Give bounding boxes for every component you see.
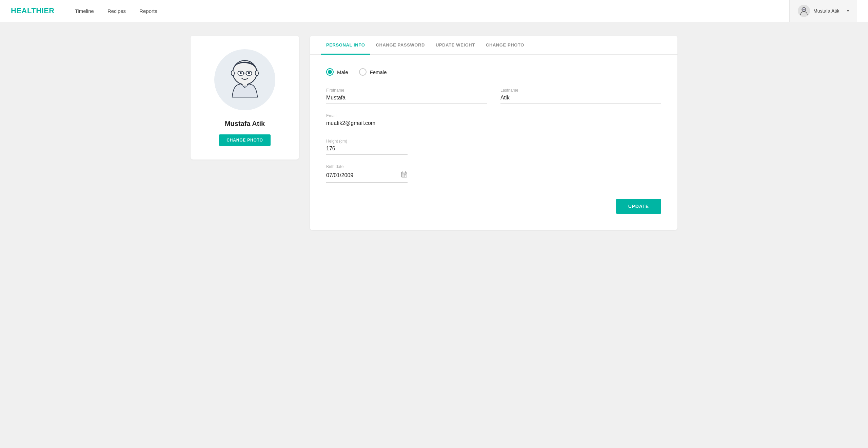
tabs-bar: PERSONAL INFO CHANGE PASSWORD UPDATE WEI…: [310, 36, 677, 55]
tab-change-photo[interactable]: CHANGE PHOTO: [480, 36, 530, 55]
profile-name: Mustafa Atik: [225, 120, 265, 128]
logo[interactable]: HEALTHIER: [11, 6, 55, 15]
height-input[interactable]: [326, 146, 408, 155]
user-avatar-small: [798, 5, 810, 17]
email-row: Email: [326, 113, 661, 129]
birthdate-label: Birth date: [326, 164, 408, 169]
gender-female-option[interactable]: Female: [359, 68, 387, 76]
firstname-input[interactable]: [326, 95, 487, 104]
height-label: Height (cm): [326, 139, 408, 144]
svg-point-10: [240, 72, 242, 74]
tab-change-password[interactable]: CHANGE PASSWORD: [370, 36, 430, 55]
main-content: Mustafa Atik CHANGE PHOTO PERSONAL INFO …: [180, 22, 688, 244]
nav-recipes[interactable]: Recipes: [107, 8, 126, 14]
firstname-group: Firstname: [326, 88, 487, 104]
height-group: Height (cm): [326, 139, 408, 155]
svg-rect-20: [404, 174, 405, 175]
main-nav: Timeline Recipes Reports: [75, 8, 789, 14]
gender-male-radio[interactable]: [326, 68, 334, 76]
firstname-label: Firstname: [326, 88, 487, 93]
nav-timeline[interactable]: Timeline: [75, 8, 94, 14]
gender-male-option[interactable]: Male: [326, 68, 348, 76]
birthdate-input[interactable]: [326, 172, 401, 179]
nav-reports[interactable]: Reports: [139, 8, 157, 14]
lastname-input[interactable]: [500, 95, 661, 104]
svg-rect-21: [405, 174, 406, 175]
email-input[interactable]: [326, 120, 661, 129]
email-group: Email: [326, 113, 661, 129]
user-chevron-icon: ▾: [847, 8, 849, 13]
svg-rect-22: [402, 176, 403, 177]
gender-row: Male Female: [326, 68, 661, 76]
gender-female-radio[interactable]: [359, 68, 367, 76]
svg-point-13: [255, 71, 258, 76]
gender-male-label: Male: [337, 69, 348, 75]
birthdate-group: Birth date: [326, 164, 408, 183]
tab-update-weight[interactable]: UPDATE WEIGHT: [430, 36, 480, 55]
svg-rect-19: [402, 174, 403, 175]
name-fields-row: Firstname Lastname: [326, 88, 661, 104]
user-menu[interactable]: Mustafa Atik ▾: [789, 0, 857, 22]
form-panel: PERSONAL INFO CHANGE PASSWORD UPDATE WEI…: [310, 36, 677, 230]
svg-point-4: [233, 60, 257, 85]
change-photo-button[interactable]: CHANGE PHOTO: [219, 134, 270, 146]
profile-avatar: [214, 49, 275, 110]
form-content: Male Female Firstname Lastname: [310, 55, 677, 230]
birthdate-wrapper: [326, 171, 408, 183]
svg-rect-23: [404, 176, 405, 177]
update-button[interactable]: UPDATE: [616, 199, 661, 214]
lastname-label: Lastname: [500, 88, 661, 93]
svg-rect-14: [242, 83, 247, 86]
gender-female-label: Female: [370, 69, 387, 75]
user-name: Mustafa Atik: [813, 8, 844, 14]
tab-personal-info[interactable]: PERSONAL INFO: [321, 36, 370, 55]
lastname-group: Lastname: [500, 88, 661, 104]
email-label: Email: [326, 113, 661, 118]
form-footer: UPDATE: [326, 199, 661, 214]
svg-point-11: [248, 72, 250, 74]
birthdate-row: Birth date: [326, 164, 661, 183]
profile-card: Mustafa Atik CHANGE PHOTO: [191, 36, 299, 160]
height-row: Height (cm): [326, 139, 661, 155]
svg-point-12: [231, 71, 234, 76]
calendar-icon[interactable]: [401, 171, 408, 180]
header: HEALTHIER Timeline Recipes Reports Musta…: [0, 0, 868, 22]
